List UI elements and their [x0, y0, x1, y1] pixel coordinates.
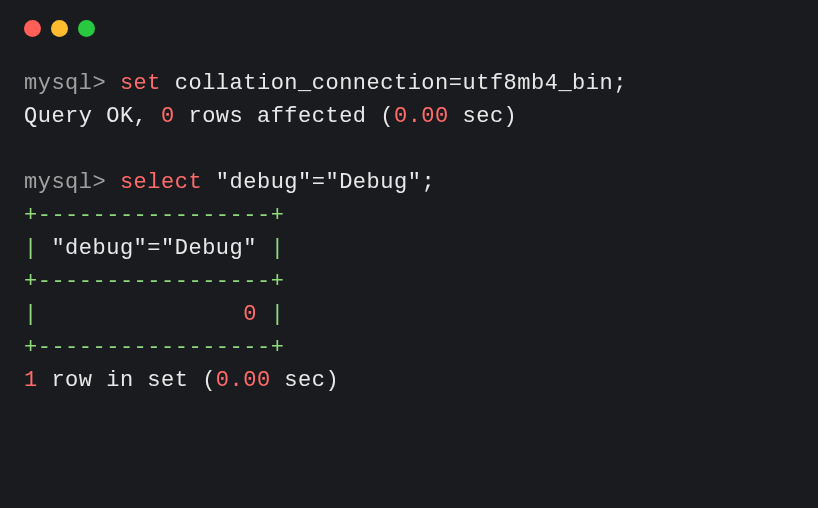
- time-number: 0.00: [394, 104, 449, 129]
- query-ok-text: Query OK,: [24, 104, 161, 129]
- mysql-prompt: mysql>: [24, 71, 120, 96]
- sec-text: sec): [449, 104, 518, 129]
- time-number: 0.00: [216, 368, 271, 393]
- blank-line: [24, 133, 794, 166]
- table-border-top: +-----------------+: [24, 199, 794, 232]
- table-pipe: |: [24, 236, 38, 261]
- table-header-row: | "debug"="Debug" |: [24, 232, 794, 265]
- result-footer: 1 row in set (0.00 sec): [24, 364, 794, 397]
- query-ok-line: Query OK, 0 rows affected (0.00 sec): [24, 100, 794, 133]
- table-pipe: |: [271, 236, 285, 261]
- cell-value: 0: [243, 302, 257, 327]
- table-pipe: |: [24, 302, 38, 327]
- sec-text: sec): [271, 368, 340, 393]
- sql-line-1: mysql> set collation_connection=utf8mb4_…: [24, 67, 794, 100]
- table-border-mid: +-----------------+: [24, 265, 794, 298]
- terminal-output: mysql> set collation_connection=utf8mb4_…: [0, 51, 818, 421]
- minimize-icon[interactable]: [51, 20, 68, 37]
- cell-pad: [257, 302, 271, 327]
- mysql-prompt: mysql>: [24, 170, 120, 195]
- row-in-set-text: row in set (: [38, 368, 216, 393]
- table-border-bottom: +-----------------+: [24, 331, 794, 364]
- close-icon[interactable]: [24, 20, 41, 37]
- table-pipe: |: [271, 302, 285, 327]
- sql-text: collation_connection=utf8mb4_bin;: [161, 71, 627, 96]
- maximize-icon[interactable]: [78, 20, 95, 37]
- column-header: "debug"="Debug": [38, 236, 271, 261]
- keyword-set: set: [120, 71, 161, 96]
- table-data-row: | 0 |: [24, 298, 794, 331]
- rows-affected-text: rows affected (: [175, 104, 394, 129]
- rows-number: 0: [161, 104, 175, 129]
- sql-line-2: mysql> select "debug"="Debug";: [24, 166, 794, 199]
- sql-text: "debug"="Debug";: [202, 170, 435, 195]
- cell-pad: [38, 302, 244, 327]
- keyword-select: select: [120, 170, 202, 195]
- window-controls: [0, 0, 818, 51]
- row-count: 1: [24, 368, 38, 393]
